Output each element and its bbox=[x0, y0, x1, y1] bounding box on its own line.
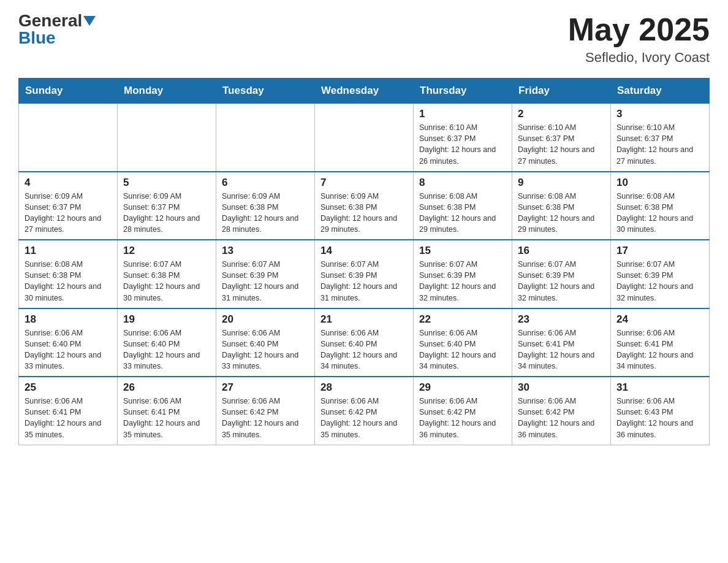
day-number: 20 bbox=[222, 313, 309, 326]
calendar-cell: 3Sunrise: 6:10 AM Sunset: 6:37 PM Daylig… bbox=[611, 104, 710, 172]
day-info: Sunrise: 6:06 AM Sunset: 6:42 PM Dayligh… bbox=[419, 396, 506, 440]
logo-blue-text: Blue bbox=[18, 28, 56, 47]
weekday-header-row: SundayMondayTuesdayWednesdayThursdayFrid… bbox=[19, 79, 710, 104]
day-info: Sunrise: 6:10 AM Sunset: 6:37 PM Dayligh… bbox=[518, 122, 605, 167]
day-info: Sunrise: 6:06 AM Sunset: 6:40 PM Dayligh… bbox=[419, 327, 506, 372]
calendar-cell: 8Sunrise: 6:08 AM Sunset: 6:38 PM Daylig… bbox=[414, 172, 512, 240]
day-info: Sunrise: 6:07 AM Sunset: 6:39 PM Dayligh… bbox=[616, 259, 703, 304]
day-info: Sunrise: 6:06 AM Sunset: 6:43 PM Dayligh… bbox=[616, 396, 703, 440]
calendar-cell: 26Sunrise: 6:06 AM Sunset: 6:41 PM Dayli… bbox=[118, 377, 216, 445]
day-number: 17 bbox=[616, 245, 703, 257]
day-number: 4 bbox=[25, 177, 112, 189]
weekday-header-friday: Friday bbox=[512, 79, 611, 104]
day-number: 5 bbox=[123, 177, 210, 189]
calendar-cell: 18Sunrise: 6:06 AM Sunset: 6:40 PM Dayli… bbox=[19, 308, 118, 377]
day-info: Sunrise: 6:08 AM Sunset: 6:38 PM Dayligh… bbox=[518, 191, 605, 236]
day-number: 23 bbox=[518, 313, 605, 326]
day-number: 25 bbox=[25, 381, 112, 394]
calendar-cell: 20Sunrise: 6:06 AM Sunset: 6:40 PM Dayli… bbox=[216, 308, 315, 377]
day-number: 16 bbox=[518, 245, 605, 257]
calendar-cell: 31Sunrise: 6:06 AM Sunset: 6:43 PM Dayli… bbox=[611, 377, 710, 445]
day-info: Sunrise: 6:08 AM Sunset: 6:38 PM Dayligh… bbox=[616, 191, 703, 236]
day-number: 18 bbox=[25, 313, 112, 326]
calendar-cell: 27Sunrise: 6:06 AM Sunset: 6:42 PM Dayli… bbox=[216, 377, 315, 445]
day-info: Sunrise: 6:07 AM Sunset: 6:39 PM Dayligh… bbox=[518, 259, 605, 304]
day-number: 12 bbox=[123, 245, 210, 257]
calendar-cell: 16Sunrise: 6:07 AM Sunset: 6:39 PM Dayli… bbox=[512, 240, 611, 308]
day-number: 19 bbox=[123, 313, 210, 326]
day-info: Sunrise: 6:09 AM Sunset: 6:38 PM Dayligh… bbox=[320, 191, 408, 236]
calendar-cell: 19Sunrise: 6:06 AM Sunset: 6:40 PM Dayli… bbox=[118, 308, 216, 377]
logo-general-text: General bbox=[18, 12, 82, 29]
calendar-cell: 21Sunrise: 6:06 AM Sunset: 6:40 PM Dayli… bbox=[315, 308, 414, 377]
day-info: Sunrise: 6:10 AM Sunset: 6:37 PM Dayligh… bbox=[419, 122, 506, 167]
day-info: Sunrise: 6:06 AM Sunset: 6:40 PM Dayligh… bbox=[25, 327, 112, 372]
day-number: 26 bbox=[123, 381, 210, 394]
day-number: 28 bbox=[320, 381, 408, 394]
location-label: Sefledio, Ivory Coast bbox=[568, 50, 710, 66]
weekday-header-wednesday: Wednesday bbox=[315, 79, 414, 104]
day-number: 21 bbox=[320, 313, 408, 326]
calendar-table: SundayMondayTuesdayWednesdayThursdayFrid… bbox=[18, 78, 710, 445]
day-info: Sunrise: 6:10 AM Sunset: 6:37 PM Dayligh… bbox=[616, 122, 703, 167]
calendar-cell: 12Sunrise: 6:07 AM Sunset: 6:38 PM Dayli… bbox=[118, 240, 216, 308]
calendar-week-row: 18Sunrise: 6:06 AM Sunset: 6:40 PM Dayli… bbox=[19, 308, 710, 377]
calendar-week-row: 1Sunrise: 6:10 AM Sunset: 6:37 PM Daylig… bbox=[19, 104, 710, 172]
calendar-cell: 2Sunrise: 6:10 AM Sunset: 6:37 PM Daylig… bbox=[512, 104, 611, 172]
day-number: 30 bbox=[518, 381, 605, 394]
day-info: Sunrise: 6:06 AM Sunset: 6:42 PM Dayligh… bbox=[320, 396, 408, 440]
weekday-header-monday: Monday bbox=[118, 79, 216, 104]
day-info: Sunrise: 6:06 AM Sunset: 6:40 PM Dayligh… bbox=[123, 327, 210, 372]
day-number: 3 bbox=[616, 108, 703, 120]
calendar-cell: 30Sunrise: 6:06 AM Sunset: 6:42 PM Dayli… bbox=[512, 377, 611, 445]
day-info: Sunrise: 6:09 AM Sunset: 6:37 PM Dayligh… bbox=[25, 191, 112, 236]
calendar-cell bbox=[19, 104, 118, 172]
day-info: Sunrise: 6:07 AM Sunset: 6:39 PM Dayligh… bbox=[222, 259, 309, 304]
day-info: Sunrise: 6:06 AM Sunset: 6:42 PM Dayligh… bbox=[222, 396, 309, 440]
day-number: 13 bbox=[222, 245, 309, 257]
weekday-header-saturday: Saturday bbox=[611, 79, 710, 104]
day-info: Sunrise: 6:09 AM Sunset: 6:38 PM Dayligh… bbox=[222, 191, 309, 236]
weekday-header-tuesday: Tuesday bbox=[216, 79, 315, 104]
calendar-cell: 24Sunrise: 6:06 AM Sunset: 6:41 PM Dayli… bbox=[611, 308, 710, 377]
day-number: 9 bbox=[518, 177, 605, 189]
day-number: 22 bbox=[419, 313, 506, 326]
calendar-cell bbox=[118, 104, 216, 172]
day-number: 24 bbox=[616, 313, 703, 326]
weekday-header-thursday: Thursday bbox=[414, 79, 512, 104]
day-info: Sunrise: 6:07 AM Sunset: 6:39 PM Dayligh… bbox=[320, 259, 408, 304]
calendar-cell: 5Sunrise: 6:09 AM Sunset: 6:37 PM Daylig… bbox=[118, 172, 216, 240]
calendar-cell bbox=[216, 104, 315, 172]
day-info: Sunrise: 6:06 AM Sunset: 6:41 PM Dayligh… bbox=[616, 327, 703, 372]
day-info: Sunrise: 6:06 AM Sunset: 6:40 PM Dayligh… bbox=[320, 327, 408, 372]
day-number: 31 bbox=[616, 381, 703, 394]
page-header: General Blue May 2025 Sefledio, Ivory Co… bbox=[18, 12, 710, 66]
day-info: Sunrise: 6:07 AM Sunset: 6:38 PM Dayligh… bbox=[123, 259, 210, 304]
logo-triangle-icon bbox=[83, 16, 96, 26]
calendar-week-row: 25Sunrise: 6:06 AM Sunset: 6:41 PM Dayli… bbox=[19, 377, 710, 445]
day-number: 29 bbox=[419, 381, 506, 394]
day-number: 10 bbox=[616, 177, 703, 189]
calendar-cell: 15Sunrise: 6:07 AM Sunset: 6:39 PM Dayli… bbox=[414, 240, 512, 308]
day-number: 7 bbox=[320, 177, 408, 189]
calendar-cell: 11Sunrise: 6:08 AM Sunset: 6:38 PM Dayli… bbox=[19, 240, 118, 308]
calendar-cell: 22Sunrise: 6:06 AM Sunset: 6:40 PM Dayli… bbox=[414, 308, 512, 377]
day-info: Sunrise: 6:06 AM Sunset: 6:41 PM Dayligh… bbox=[25, 396, 112, 440]
day-number: 11 bbox=[25, 245, 112, 257]
day-number: 14 bbox=[320, 245, 408, 257]
day-number: 2 bbox=[518, 108, 605, 120]
calendar-cell: 9Sunrise: 6:08 AM Sunset: 6:38 PM Daylig… bbox=[512, 172, 611, 240]
day-info: Sunrise: 6:09 AM Sunset: 6:37 PM Dayligh… bbox=[123, 191, 210, 236]
day-number: 1 bbox=[419, 108, 506, 120]
calendar-cell: 13Sunrise: 6:07 AM Sunset: 6:39 PM Dayli… bbox=[216, 240, 315, 308]
calendar-week-row: 11Sunrise: 6:08 AM Sunset: 6:38 PM Dayli… bbox=[19, 240, 710, 308]
weekday-header-sunday: Sunday bbox=[19, 79, 118, 104]
logo: General Blue bbox=[18, 12, 96, 47]
day-info: Sunrise: 6:06 AM Sunset: 6:40 PM Dayligh… bbox=[222, 327, 309, 372]
calendar-week-row: 4Sunrise: 6:09 AM Sunset: 6:37 PM Daylig… bbox=[19, 172, 710, 240]
calendar-cell: 25Sunrise: 6:06 AM Sunset: 6:41 PM Dayli… bbox=[19, 377, 118, 445]
calendar-cell: 28Sunrise: 6:06 AM Sunset: 6:42 PM Dayli… bbox=[315, 377, 414, 445]
calendar-cell: 10Sunrise: 6:08 AM Sunset: 6:38 PM Dayli… bbox=[611, 172, 710, 240]
day-number: 15 bbox=[419, 245, 506, 257]
calendar-cell: 23Sunrise: 6:06 AM Sunset: 6:41 PM Dayli… bbox=[512, 308, 611, 377]
